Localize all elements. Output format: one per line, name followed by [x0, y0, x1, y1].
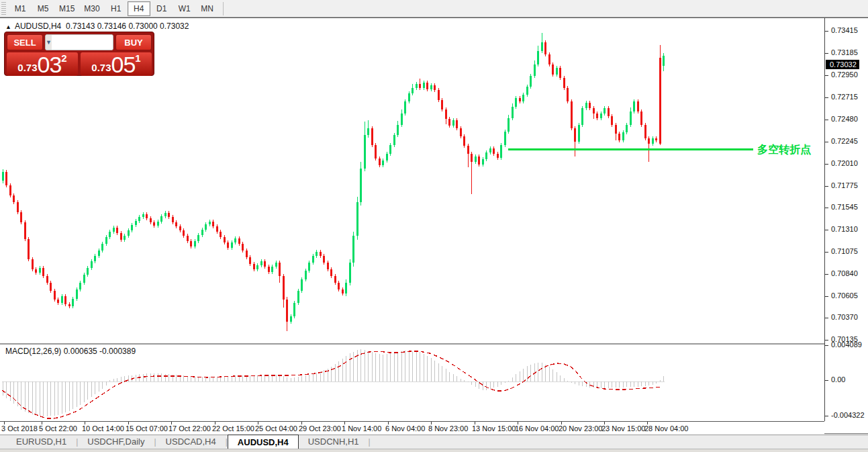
time-axis-label: 23 Nov 15:00: [601, 424, 645, 433]
price-axis-label: 0.72010: [831, 159, 858, 167]
price-axis-label: 0.71775: [831, 181, 858, 189]
main-plot[interactable]: ▲AUDUSD,H4 0.73143 0.73146 0.73000 0.730…: [0, 18, 824, 342]
time-axis-label: 29 Oct 23:00: [299, 424, 341, 433]
time-axis-label: 16 Nov 04:00: [515, 424, 559, 433]
buy-price-sup: 1: [135, 53, 140, 63]
time-axis-label: 17 Oct 22:00: [168, 424, 211, 433]
macd-axis-label: -0.004322: [831, 411, 865, 419]
macd-canvas[interactable]: [0, 345, 824, 421]
timeframe-buttons: M1M5M15M30H1H4D1W1MN: [9, 1, 219, 16]
timeframe-button-mn[interactable]: MN: [196, 1, 219, 16]
sell-price-tile[interactable]: 0.73032: [7, 52, 78, 76]
timeframe-button-m5[interactable]: M5: [32, 1, 54, 16]
price-axis-label: 0.72715: [831, 93, 858, 101]
timeframe-button-m1[interactable]: M1: [9, 1, 32, 16]
price-axis-label: 0.73185: [831, 48, 858, 56]
chart-symbol: AUDUSD,H4: [15, 21, 61, 31]
time-axis-label: 22 Oct 15:00: [212, 424, 254, 433]
timeframe-toolbar: M1M5M15M30H1H4D1W1MN: [0, 0, 868, 17]
macd-plot[interactable]: MACD(12,26,9) 0.000635 -0.000389: [0, 343, 824, 421]
price-axis-label: 0.70370: [831, 313, 858, 321]
trendline-annotation-label[interactable]: 多空转折点: [757, 143, 811, 157]
macd-indicator-label: MACD(12,26,9) 0.000635 -0.000389: [5, 347, 136, 356]
sell-button[interactable]: SELL: [7, 34, 43, 50]
chart-tab-usdchf[interactable]: USDCHF,Daily: [78, 435, 154, 449]
timeframe-button-m15[interactable]: M15: [54, 1, 79, 16]
mt4-window: M1M5M15M30H1H4D1W1MN ▲AUDUSD,H4 0.73143 …: [0, 0, 868, 452]
chart-tab-eurusd[interactable]: EURUSD,H1: [7, 435, 76, 449]
timeframe-button-w1[interactable]: W1: [173, 1, 196, 16]
current-price-tag: 0.73032: [826, 60, 859, 69]
timeframe-button-m30[interactable]: M30: [79, 1, 104, 16]
sell-price-sup: 2: [61, 53, 66, 63]
macd-signal-line: [2, 351, 661, 418]
window-bottom-edge: [0, 449, 868, 452]
toolbar-separator: [223, 2, 224, 15]
price-axis-label: 0.72245: [831, 137, 858, 145]
timeframe-button-h1[interactable]: H1: [105, 1, 128, 16]
chart-tab-audusd[interactable]: AUDUSD,H4: [228, 435, 299, 449]
chart-tab-usdcad[interactable]: USDCAD,H4: [156, 435, 226, 449]
price-axis-label: 0.71075: [831, 247, 858, 255]
price-axis-label: 0.70605: [831, 291, 858, 300]
sell-price-big: 03: [38, 54, 62, 75]
price-axis-label: 0.72950: [831, 71, 858, 79]
time-axis-label: 10 Oct 14:00: [82, 424, 124, 433]
buy-price-big: 05: [111, 54, 136, 75]
time-axis-label: 6 Nov 04:00: [385, 424, 425, 433]
price-axis-label: 0.70840: [831, 269, 858, 277]
volume-stepper: ▼ ▲: [45, 34, 113, 50]
price-axis[interactable]: 0.734150.731850.729500.727150.724800.722…: [824, 18, 868, 421]
time-axis-label: 3 Oct 2018: [1, 424, 38, 433]
caret-down-icon: ▼: [46, 39, 52, 46]
chart-tab-usdcnh[interactable]: USDCNH,H1: [299, 435, 369, 449]
buy-button[interactable]: BUY: [115, 34, 152, 50]
tab-separator: |: [369, 437, 371, 449]
price-axis-label: 0.73415: [831, 26, 858, 34]
sell-price-prefix: 0.73: [17, 62, 37, 73]
chart-window: ▲AUDUSD,H4 0.73143 0.73146 0.73000 0.730…: [0, 17, 868, 434]
volume-input[interactable]: [52, 35, 113, 50]
time-axis-label: 5 Oct 22:00: [39, 424, 77, 433]
timeframe-button-d1[interactable]: D1: [150, 1, 173, 16]
buy-price-prefix: 0.73: [91, 62, 111, 73]
time-axis-label: 15 Oct 07:00: [126, 424, 168, 433]
time-axis-label: 25 Oct 04:00: [255, 424, 297, 433]
price-axis-label: 0.71310: [831, 225, 858, 233]
time-axis-label: 13 Nov 15:00: [472, 424, 516, 433]
chart-tabs-bar: EURUSD,H1|USDCHF,Daily|USDCAD,H4|AUDUSD,…: [0, 435, 868, 449]
macd-axis-label: 0.00: [831, 375, 845, 383]
time-axis-label: 1 Nov 14:00: [342, 424, 381, 433]
timeframe-button-h4[interactable]: H4: [128, 1, 150, 16]
time-axis-label: 28 Nov 04:00: [644, 424, 688, 433]
collapse-triangle-icon[interactable]: ▲: [5, 24, 11, 30]
chart-title: ▲AUDUSD,H4 0.73143 0.73146 0.73000 0.730…: [5, 21, 189, 31]
toolbar-drag-handle[interactable]: [1, 2, 6, 15]
time-axis[interactable]: 3 Oct 20185 Oct 22:0010 Oct 14:0015 Oct …: [0, 421, 824, 435]
buy-price-tile[interactable]: 0.73051: [81, 52, 152, 76]
chart-ohlc-quote: 0.73143 0.73146 0.73000 0.73032: [66, 21, 189, 31]
time-axis-label: 8 Nov 23:00: [428, 424, 468, 433]
price-axis-label: 0.71545: [831, 203, 858, 211]
macd-axis-label: 0.004089: [831, 341, 862, 349]
price-axis-label: 0.72480: [831, 115, 858, 123]
one-click-trade-panel: SELL ▼ ▲ BUY 0.73032: [4, 32, 154, 76]
volume-decrease-button[interactable]: ▼: [46, 35, 52, 50]
time-axis-label: 20 Nov 23:00: [559, 424, 602, 433]
